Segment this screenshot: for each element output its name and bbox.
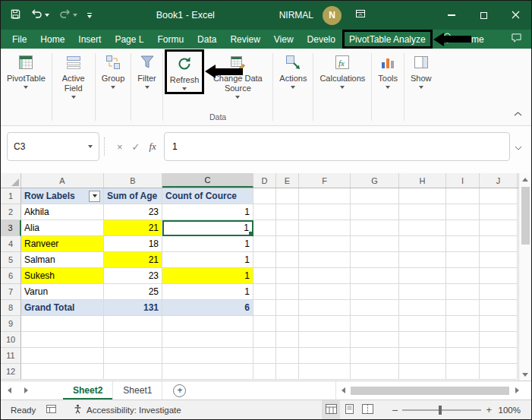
cell-B1[interactable]: Sum of Age: [104, 188, 162, 204]
cell-E1[interactable]: [276, 188, 299, 204]
horizontal-scroll-thumb[interactable]: [351, 387, 509, 395]
cell-B6[interactable]: 23: [104, 268, 162, 284]
column-header-I[interactable]: I: [446, 173, 480, 188]
cell-A12[interactable]: [21, 364, 104, 380]
cell-J12[interactable]: [480, 364, 518, 380]
sheet-nav-right-button[interactable]: [17, 381, 34, 399]
cell-D6[interactable]: [253, 268, 276, 284]
ribbon-button-refresh[interactable]: Refresh: [165, 49, 205, 94]
row-header-5[interactable]: 5: [1, 252, 21, 268]
formula-input[interactable]: 1: [164, 132, 510, 161]
cell-A8[interactable]: Grand Total: [21, 300, 104, 316]
cell-B10[interactable]: [104, 332, 162, 348]
cell-J4[interactable]: [480, 236, 518, 252]
cell-G2[interactable]: [351, 204, 399, 220]
ribbon-button-calculations[interactable]: fxCalculations: [315, 49, 370, 90]
cell-E2[interactable]: [276, 204, 299, 220]
cell-A2[interactable]: Akhila: [21, 204, 104, 220]
tab-data[interactable]: Data: [190, 30, 223, 49]
row-labels-filter-button[interactable]: [89, 191, 100, 202]
zoom-out-button[interactable]: −: [387, 404, 402, 416]
cell-D4[interactable]: [253, 236, 276, 252]
row-header-1[interactable]: 1: [1, 188, 21, 204]
cell-F3[interactable]: [299, 220, 351, 236]
tab-home[interactable]: Home: [33, 30, 71, 49]
row-header-7[interactable]: 7: [1, 284, 21, 300]
cell-H9[interactable]: [399, 316, 446, 332]
cell-C3[interactable]: 1: [162, 220, 253, 236]
cell-I8[interactable]: [446, 300, 480, 316]
cell-I2[interactable]: [446, 204, 480, 220]
cell-D3[interactable]: [253, 220, 276, 236]
cell-I7[interactable]: [446, 284, 480, 300]
tab-formu[interactable]: Formu: [150, 30, 190, 49]
normal-view-button[interactable]: [322, 400, 340, 419]
cell-I5[interactable]: [446, 252, 480, 268]
cell-I1[interactable]: [446, 188, 480, 204]
zoom-slider-thumb[interactable]: [439, 406, 442, 415]
row-header-10[interactable]: 10: [1, 332, 21, 348]
cell-B4[interactable]: 18: [104, 236, 162, 252]
cell-D7[interactable]: [253, 284, 276, 300]
select-all-button[interactable]: [1, 173, 21, 188]
cell-G9[interactable]: [351, 316, 399, 332]
ribbon-button-tools[interactable]: Tools: [373, 49, 402, 90]
cell-E10[interactable]: [276, 332, 299, 348]
cell-A7[interactable]: Varun: [21, 284, 104, 300]
cell-A3[interactable]: Alia: [21, 220, 104, 236]
ribbon-button-group[interactable]: Group: [97, 49, 130, 90]
ribbon-button-show[interactable]: Show: [406, 49, 436, 90]
cell-C5[interactable]: 1: [162, 252, 253, 268]
cell-F9[interactable]: [299, 316, 351, 332]
page-break-view-button[interactable]: [358, 400, 376, 419]
cell-G4[interactable]: [351, 236, 399, 252]
tab-file[interactable]: File: [5, 30, 33, 49]
comments-button[interactable]: [511, 30, 522, 49]
scroll-up-button[interactable]: [519, 173, 531, 185]
cell-G3[interactable]: [351, 220, 399, 236]
column-header-H[interactable]: H: [399, 173, 446, 188]
cell-F7[interactable]: [299, 284, 351, 300]
cell-J11[interactable]: [480, 348, 518, 364]
cell-G8[interactable]: [351, 300, 399, 316]
cell-D8[interactable]: [253, 300, 276, 316]
cell-C8[interactable]: 6: [162, 300, 253, 316]
cell-F12[interactable]: [299, 364, 351, 380]
cell-B3[interactable]: 21: [104, 220, 162, 236]
minimize-button[interactable]: [436, 1, 467, 30]
name-box[interactable]: C3: [7, 132, 99, 161]
cell-B12[interactable]: [104, 364, 162, 380]
tab-page-l[interactable]: Page L: [108, 30, 150, 49]
cell-J5[interactable]: [480, 252, 518, 268]
ribbon-button-pivottable[interactable]: PivotTable: [2, 49, 50, 90]
ribbon-button-change-data-source[interactable]: Change Data Source: [204, 49, 271, 100]
cell-F11[interactable]: [299, 348, 351, 364]
cell-D12[interactable]: [253, 364, 276, 380]
enter-button[interactable]: ✓: [132, 141, 140, 153]
cell-F2[interactable]: [299, 204, 351, 220]
sheet-tab-sheet1[interactable]: Sheet1: [113, 381, 162, 399]
cell-D1[interactable]: [253, 188, 276, 204]
cell-G12[interactable]: [351, 364, 399, 380]
cell-H10[interactable]: [399, 332, 446, 348]
macro-record-button[interactable]: [46, 405, 56, 415]
formula-bar-expand-button[interactable]: [512, 132, 525, 161]
cell-D10[interactable]: [253, 332, 276, 348]
maximize-button[interactable]: [467, 1, 499, 30]
cell-H1[interactable]: [399, 188, 446, 204]
cell-C9[interactable]: [162, 316, 253, 332]
cell-G11[interactable]: [351, 348, 399, 364]
cell-C2[interactable]: 1: [162, 204, 253, 220]
cell-C7[interactable]: 1: [162, 284, 253, 300]
cell-F8[interactable]: [299, 300, 351, 316]
cell-B7[interactable]: 25: [104, 284, 162, 300]
cell-I10[interactable]: [446, 332, 480, 348]
cell-H8[interactable]: [399, 300, 446, 316]
cell-F1[interactable]: [299, 188, 351, 204]
cell-J6[interactable]: [480, 268, 518, 284]
horizontal-scrollbar[interactable]: [335, 381, 524, 399]
ribbon-button-active-field[interactable]: Active Field: [54, 49, 93, 100]
user-name[interactable]: NIRMAL: [279, 10, 313, 21]
cell-I12[interactable]: [446, 364, 480, 380]
row-header-4[interactable]: 4: [1, 236, 21, 252]
